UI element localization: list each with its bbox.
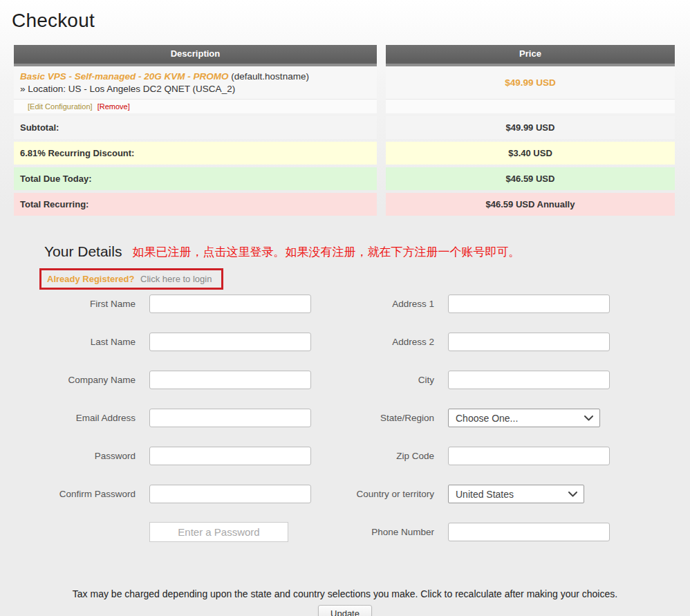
form-row: First Name: [28, 295, 311, 313]
form-row: Email Address: [28, 409, 311, 427]
description-column-header: Description: [14, 45, 377, 66]
your-details-title: Your Details: [44, 243, 122, 260]
subtotal-row: Subtotal: $49.99 USD: [14, 116, 675, 139]
edit-configuration-link[interactable]: [Edit Configuration]: [28, 102, 93, 111]
chevron-down-icon: [568, 492, 577, 497]
country-selected-value: United States: [456, 489, 514, 500]
last-name-label: Last Name: [28, 337, 136, 347]
state-region-label: State/Region: [325, 413, 434, 423]
already-registered-box: Already Registered? Click here to login: [39, 268, 223, 290]
total-due-today-label: Total Due Today:: [14, 167, 377, 190]
zip-code-field[interactable]: [448, 447, 610, 465]
country-label: Country or territory: [325, 489, 434, 499]
form-row: Phone Number: [325, 523, 610, 541]
address2-label: Address 2: [325, 337, 434, 347]
form-row: Address 1: [325, 295, 610, 313]
phone-number-label: Phone Number: [325, 527, 434, 537]
form-row: Country or territory United States: [325, 485, 610, 503]
form-row: Company Name: [28, 371, 311, 389]
already-registered-label: Already Registered?: [47, 274, 134, 284]
first-name-field[interactable]: [149, 295, 311, 313]
address2-field[interactable]: [448, 333, 610, 351]
password-strength-box: Enter a Password: [149, 522, 288, 542]
email-address-label: Email Address: [28, 413, 136, 423]
form-right-column: Address 1 Address 2 City State/Region Ch…: [325, 295, 610, 561]
address1-field[interactable]: [448, 295, 610, 313]
remove-item-link[interactable]: [Remove]: [97, 102, 130, 111]
password-field[interactable]: [149, 447, 311, 465]
total-due-today-value: $46.59 USD: [386, 167, 675, 190]
login-hint-cn: 如果已注册，点击这里登录。如果没有注册，就在下方注册一个账号即可。: [132, 244, 520, 260]
form-row: Address 2: [325, 333, 610, 351]
phone-number-field[interactable]: [448, 523, 610, 541]
subtotal-value: $49.99 USD: [386, 116, 675, 139]
confirm-password-label: Confirm Password: [28, 489, 136, 499]
product-location: » Location: US - Los Angeles DC2 QNET (U…: [20, 84, 377, 94]
product-hostname: (default.hostname): [229, 71, 309, 82]
chevron-down-icon: [584, 416, 593, 421]
cart-header-row: Description Price: [14, 45, 675, 66]
form-left-column: First Name Last Name Company Name Email …: [28, 295, 311, 561]
update-button[interactable]: Update: [318, 605, 372, 616]
form-row: Last Name: [28, 333, 311, 351]
cart-item-options: [Edit Configuration] [Remove]: [14, 99, 377, 113]
total-recurring-label: Total Recurring:: [14, 193, 377, 216]
subtotal-label: Subtotal:: [14, 116, 377, 139]
cart-item-options-row: [Edit Configuration] [Remove]: [14, 99, 675, 113]
state-region-selected-value: Choose One...: [456, 413, 518, 424]
zip-code-label: Zip Code: [325, 451, 434, 461]
cart-item-description: Basic VPS - Self-managed - 20G KVM - PRO…: [14, 66, 377, 99]
tax-note: Tax may be charged depending upon the st…: [0, 588, 690, 599]
confirm-password-field[interactable]: [149, 485, 311, 503]
cart-item-row: Basic VPS - Self-managed - 20G KVM - PRO…: [14, 66, 675, 99]
address1-label: Address 1: [325, 299, 434, 309]
last-name-field[interactable]: [149, 333, 311, 351]
first-name-label: First Name: [28, 299, 136, 309]
discount-label: 6.81% Recurring Discount:: [14, 142, 377, 165]
state-region-select[interactable]: Choose One...: [448, 409, 600, 427]
total-recurring-row: Total Recurring: $46.59 USD Annually: [14, 193, 675, 216]
city-field[interactable]: [448, 371, 610, 389]
page-title: Checkout: [0, 0, 690, 32]
password-label: Password: [28, 451, 136, 461]
form-row: Confirm Password: [28, 485, 311, 503]
click-here-to-login-link[interactable]: Click here to login: [140, 274, 212, 284]
discount-value: $3.40 USD: [386, 142, 675, 165]
total-recurring-value: $46.59 USD Annually: [386, 193, 675, 216]
your-details-header: Your Details 如果已注册，点击这里登录。如果没有注册，就在下方注册一…: [44, 243, 690, 260]
total-due-today-row: Total Due Today: $46.59 USD: [14, 167, 675, 190]
cart-item-options-spacer: [386, 99, 675, 113]
product-name: Basic VPS - Self-managed - 20G KVM - PRO…: [20, 71, 229, 82]
details-form: First Name Last Name Company Name Email …: [28, 295, 690, 561]
form-row: Password: [28, 447, 311, 465]
form-row: Zip Code: [325, 447, 610, 465]
country-select[interactable]: United States: [448, 485, 584, 503]
form-row: State/Region Choose One...: [325, 409, 610, 427]
company-name-field[interactable]: [149, 371, 311, 389]
form-row: City: [325, 371, 610, 389]
price-column-header: Price: [386, 45, 675, 66]
city-label: City: [325, 375, 434, 385]
form-row: Enter a Password: [28, 523, 311, 541]
cart-item-price: $49.99 USD: [386, 66, 675, 99]
discount-row: 6.81% Recurring Discount: $3.40 USD: [14, 142, 675, 165]
company-name-label: Company Name: [28, 375, 136, 385]
product-title-line: Basic VPS - Self-managed - 20G KVM - PRO…: [20, 71, 377, 82]
cart-table: Description Price Basic VPS - Self-manag…: [14, 45, 675, 216]
email-field[interactable]: [149, 409, 311, 427]
